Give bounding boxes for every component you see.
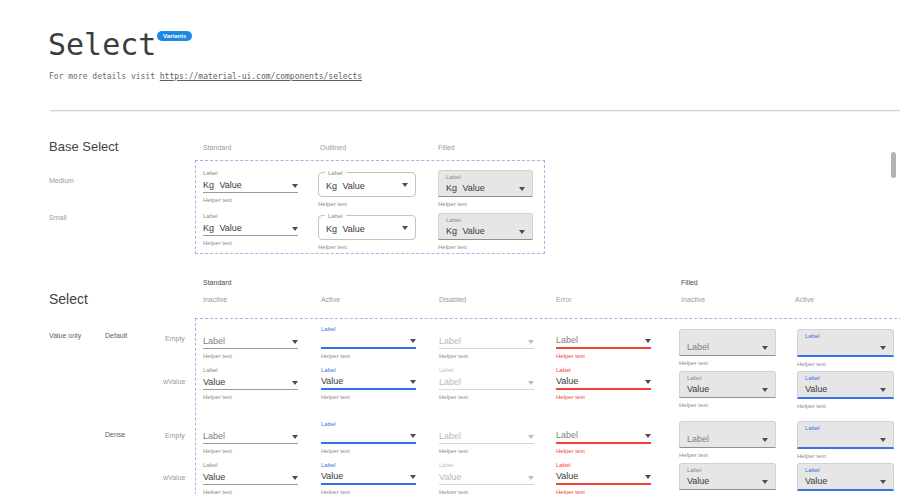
select-value-row: Label [203,428,298,444]
select-cell[interactable]: LabelValueHelper text [679,463,776,494]
select-cell[interactable]: LabelValueHelper text [321,366,416,400]
select-cell[interactable]: LabelValueHelper text [556,461,651,494]
select-cell[interactable]: Label Helper text [321,325,416,359]
select-cell[interactable]: LabelHelper text [439,325,534,359]
dropdown-arrow-icon [880,388,886,392]
select-value: Value [556,376,578,386]
select-label: Label [321,325,416,333]
select-cell[interactable]: LabelHelper text [556,420,651,454]
select-filled-box: Label [797,329,894,357]
select-value: Value [439,472,461,482]
helper-text: Helper text [203,448,298,454]
select-label: Label [687,466,768,474]
select-outlined-medium[interactable]: LabelKg ValueHelper text [318,172,416,207]
select-cell[interactable]: Label Helper text [797,421,894,459]
select-cell[interactable]: Label Helper text [321,420,416,454]
select-label: Label [556,366,651,374]
select-cell[interactable]: LabelHelper text [679,329,776,366]
select-value-row [805,340,886,353]
dropdown-arrow-icon [519,230,525,234]
select-value-row: Label [556,333,651,349]
select-value: Label [687,434,709,444]
select-value-row: Value [687,474,768,487]
select-cell[interactable]: LabelHelper text [439,420,534,454]
dropdown-arrow-icon [292,381,298,385]
helper-text: Helper text [439,448,534,454]
helper-text: Helper text [318,201,416,207]
select-cell[interactable]: LabelValueHelper text [797,371,894,409]
select-standard-small[interactable]: LabelKg ValueHelper text [203,212,298,246]
select-cell[interactable]: LabelValueHelper text [203,461,298,494]
select-value: Value [687,384,709,394]
dropdown-arrow-icon [528,435,534,439]
select-value [321,335,327,345]
column-header-filled: Filled [438,144,455,151]
size-label-dense: Dense [105,431,125,438]
select-value-row: Value [556,374,651,390]
select-label: Label [203,366,298,374]
dropdown-arrow-icon [645,339,651,343]
select-cell[interactable]: LabelHelper text [203,325,298,359]
dropdown-arrow-icon [292,476,298,480]
select-cell[interactable]: LabelValueHelper text [556,366,651,400]
select-value: Value [203,472,225,482]
row-axis-label: Value only [49,332,81,339]
dropdown-arrow-icon [410,475,416,479]
select-value-row: Label [439,333,534,349]
select-filled-medium[interactable]: LabelKg ValueHelper text [438,170,533,207]
helper-text: Helper text [679,360,776,366]
helper-text: Helper text [679,452,776,458]
select-value: Label [439,377,461,387]
vertical-scrollbar-thumb[interactable] [891,152,896,178]
select-cell[interactable]: LabelLabelHelper text [439,366,534,400]
page-title: Select [48,27,156,62]
helper-text: Helper text [321,489,416,494]
dropdown-arrow-icon [410,339,416,343]
select-cell[interactable]: LabelValueHelper text [797,463,894,494]
material-ui-link[interactable]: https://material-ui.com/components/selec… [160,72,362,81]
select-label: Label [805,466,886,474]
select-filled-small[interactable]: LabelKg ValueHelper text [438,213,533,250]
helper-text: Helper text [556,448,651,454]
helper-text: Helper text [203,240,298,246]
select-value: Value [687,476,709,486]
select-filled-box: LabelKg Value [438,170,533,197]
select-value: Value [805,476,827,486]
helper-text: Helper text [556,394,651,400]
select-label [203,420,298,428]
select-value-row [321,333,416,349]
select-value-row: Kg Value [446,224,525,237]
select-value-row: Label [439,428,534,444]
helper-text: Helper text [556,489,651,494]
select-value-row: Kg Value [203,177,298,193]
select-label: Label [446,216,525,224]
select-label [687,332,768,340]
helper-text: Helper text [797,361,894,367]
helper-text: Helper text [438,244,533,250]
select-cell[interactable]: LabelHelper text [556,325,651,359]
column-header-active: Active [321,296,340,303]
dropdown-arrow-icon [880,438,886,442]
select-cell[interactable]: LabelHelper text [203,420,298,454]
helper-text: Helper text [439,489,534,494]
column-header-error: Error [556,296,572,303]
dropdown-arrow-icon [880,346,886,350]
select-label [203,325,298,333]
select-cell[interactable]: LabelValueHelper text [679,371,776,408]
select-standard-medium[interactable]: LabelKg ValueHelper text [203,169,298,203]
select-cell[interactable]: LabelValueHelper text [439,461,534,494]
select-value: Kg Value [326,181,365,191]
helper-text: Helper text [321,394,416,400]
column-header-standard: Standard [203,144,231,151]
select-cell[interactable]: LabelValueHelper text [321,461,416,494]
column-header-outlined: Outlined [320,144,346,151]
select-outlined-small[interactable]: LabelKg ValueHelper text [318,215,416,250]
select-value: Kg Value [203,223,242,233]
select-label: Label [805,374,886,382]
helper-text: Helper text [203,489,298,494]
select-cell[interactable]: Label Helper text [797,329,894,367]
select-cell[interactable]: LabelHelper text [679,421,776,458]
select-cell[interactable]: LabelValueHelper text [203,366,298,400]
select-value: Value [556,471,578,481]
select-value-row: Kg Value [446,181,525,194]
